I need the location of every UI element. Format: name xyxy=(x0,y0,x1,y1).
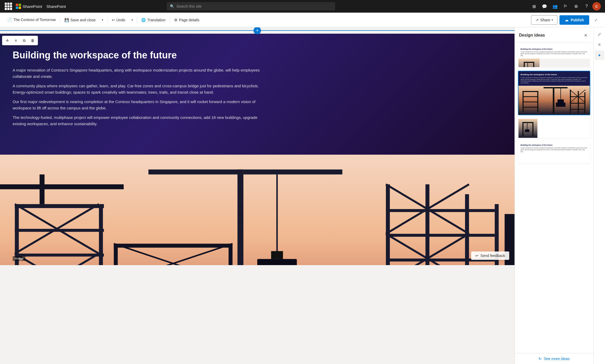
save-close-button[interactable]: 💾 Save and close xyxy=(61,15,99,25)
design-card-4[interactable]: Building the workspace of the future A m… xyxy=(518,141,590,164)
focus-icon: ⤢ xyxy=(594,18,598,22)
svg-rect-54 xyxy=(523,102,538,102)
svg-rect-51 xyxy=(523,91,538,92)
design-card-4-title: Building the workspace of the future xyxy=(521,144,588,146)
publish-button[interactable]: ☁ Publish xyxy=(559,15,589,25)
design-card-2-body: A major renovation of Contoso's Singapor… xyxy=(521,77,588,84)
webpart-duplicate-button[interactable]: ⧉ xyxy=(21,37,28,44)
svg-rect-24 xyxy=(465,194,469,265)
page-tab-icon: 📄 xyxy=(7,18,12,22)
see-more-label: See more ideas xyxy=(544,357,569,361)
design-card-2-title: Building the workspace of the future xyxy=(521,73,588,76)
design-panel-header: Design ideas ✕ xyxy=(515,27,593,42)
svg-rect-17 xyxy=(243,169,342,174)
add-section-button[interactable]: + xyxy=(254,27,261,34)
nav-icon-settings[interactable]: ⚙ xyxy=(571,2,581,11)
svg-rect-16 xyxy=(148,169,243,174)
secondary-toolbar: 📄 The Contoso of Tomorrow 💾 Save and clo… xyxy=(0,13,605,27)
hero-para-2: A community plaza where employees can ga… xyxy=(13,83,263,95)
undo-label: Undo xyxy=(117,18,125,22)
right-side-icons: ⤢ ≡ ✦ xyxy=(593,27,605,364)
save-close-dropdown[interactable]: ▾ xyxy=(99,15,106,25)
side-expand-button[interactable]: ⤢ xyxy=(595,29,604,39)
focus-button[interactable]: ⤢ xyxy=(591,15,601,25)
side-adjust-button[interactable]: ≡ xyxy=(595,40,604,49)
svg-rect-3 xyxy=(15,204,104,208)
toolbar-divider-2 xyxy=(107,17,108,23)
svg-rect-19 xyxy=(271,251,283,259)
svg-rect-22 xyxy=(386,184,390,265)
app-name: SharePoint xyxy=(46,4,66,9)
save-close-label: Save and close xyxy=(70,18,96,22)
design-panel-title: Design ideas xyxy=(519,33,545,38)
hero-section: Building the workspace of the future A m… xyxy=(0,34,515,155)
design-card-3[interactable]: Building the workspace of the future A m… xyxy=(518,118,590,138)
app-launcher-button[interactable] xyxy=(4,2,13,11)
svg-rect-60 xyxy=(558,99,564,103)
svg-rect-6 xyxy=(15,254,104,256)
send-feedback-button[interactable]: ↩ Send feedback xyxy=(471,251,509,260)
design-card-4-body: A major renovation of Contoso's Singapor… xyxy=(521,147,588,153)
search-input[interactable] xyxy=(177,4,332,8)
design-card-1-image xyxy=(518,59,540,68)
svg-rect-46 xyxy=(533,62,534,68)
nav-icon-help[interactable]: ? xyxy=(582,2,591,11)
webpart-delete-button[interactable]: 🗑 xyxy=(29,37,36,44)
page-details-button[interactable]: ⚙ Page details xyxy=(171,15,203,25)
nav-icons: ⊞ 💬 👥 🏳 ⚙ ? C xyxy=(529,2,601,11)
svg-rect-70 xyxy=(518,119,537,138)
design-card-2[interactable]: Building the workspace of the future A m… xyxy=(518,71,590,115)
toolbar-divider-4 xyxy=(170,17,170,23)
user-avatar[interactable]: C xyxy=(592,2,601,11)
svg-rect-73 xyxy=(532,122,533,136)
microsoft-logo[interactable]: SharePoint xyxy=(16,4,42,9)
svg-rect-43 xyxy=(518,59,540,68)
image-section: Image ↩ Send feedback xyxy=(0,155,515,265)
svg-rect-15 xyxy=(238,169,244,265)
page-tab[interactable]: 📄 The Contoso of Tomorrow xyxy=(4,13,59,27)
design-panel-content[interactable]: Building the workspace of the future A m… xyxy=(515,42,593,353)
design-card-1-text: Building the workspace of the future A m… xyxy=(518,46,590,59)
svg-rect-35 xyxy=(114,244,233,248)
share-dropdown-icon: ▾ xyxy=(552,18,553,21)
toolbar-divider-3 xyxy=(137,17,137,23)
share-button[interactable]: ↗ Share ▾ xyxy=(531,15,557,25)
nav-icon-apps[interactable]: ⊞ xyxy=(529,2,539,11)
publish-icon: ☁ xyxy=(565,18,568,22)
translation-button[interactable]: 🌐 Translation xyxy=(138,15,169,25)
side-design-button[interactable]: ✦ xyxy=(595,50,604,60)
svg-rect-45 xyxy=(524,62,534,63)
search-bar[interactable]: 🔍 xyxy=(167,2,335,11)
canvas-scroll-area[interactable]: ✛ ≡ ⧉ 🗑 Building the workspace of the fu… xyxy=(0,34,515,364)
nav-icon-people[interactable]: 👥 xyxy=(550,2,560,11)
hero-title: Building the workspace of the future xyxy=(13,49,502,61)
publish-label: Publish xyxy=(571,18,584,22)
undo-button[interactable]: ↩ Undo xyxy=(109,15,128,25)
webpart-move-button[interactable]: ✛ xyxy=(4,37,11,44)
design-card-3-inner: Building the workspace of the future A m… xyxy=(518,119,590,138)
nav-icon-chat[interactable]: 💬 xyxy=(540,2,549,11)
feedback-icon: ↩ xyxy=(475,254,478,258)
svg-rect-26 xyxy=(386,209,495,212)
webpart-settings-button[interactable]: ≡ xyxy=(12,37,19,44)
svg-rect-66 xyxy=(570,103,584,104)
design-card-1-inner: Building the workspace of the future A m… xyxy=(518,46,590,67)
share-label: Share xyxy=(540,18,550,22)
design-card-2-header: Building the workspace of the future A m… xyxy=(518,71,590,86)
translation-icon: 🌐 xyxy=(141,18,146,22)
add-section-bar: + xyxy=(0,27,515,34)
top-nav-bar: SharePoint SharePoint 🔍 ⊞ 💬 👥 🏳 ⚙ ? C xyxy=(0,0,605,13)
design-card-3-image xyxy=(518,119,537,138)
svg-rect-72 xyxy=(522,122,533,123)
nav-icon-flag[interactable]: 🏳 xyxy=(561,2,570,11)
translation-label: Translation xyxy=(147,18,165,22)
undo-dropdown[interactable]: ▾ xyxy=(128,15,136,25)
page-details-label: Page details xyxy=(179,18,199,22)
toolbar-divider-1 xyxy=(60,17,60,23)
see-more-button[interactable]: ↻ See more ideas xyxy=(515,353,593,364)
svg-rect-37 xyxy=(229,244,233,265)
svg-rect-75 xyxy=(525,129,529,132)
svg-rect-58 xyxy=(554,87,568,88)
design-card-1[interactable]: Building the workspace of the future A m… xyxy=(518,46,590,68)
design-panel-close-button[interactable]: ✕ xyxy=(582,32,589,39)
